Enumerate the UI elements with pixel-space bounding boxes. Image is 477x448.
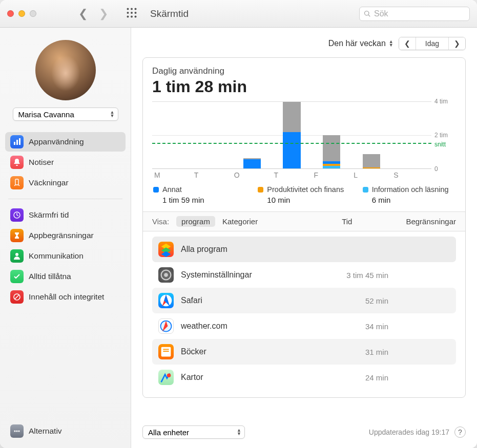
updated-text: Uppdaterades idag 19:17 bbox=[369, 428, 449, 436]
legend-label: Information och läsning bbox=[372, 185, 449, 194]
app-name: weather.com bbox=[181, 322, 227, 331]
back-button[interactable]: ❮ bbox=[78, 7, 88, 20]
app-name: Systeminställningar bbox=[181, 270, 252, 280]
app-row[interactable]: weather.com34 min bbox=[152, 313, 456, 339]
svg-point-0 bbox=[127, 8, 129, 10]
sidebar-item-downtime[interactable]: Skärmfri tid bbox=[5, 205, 126, 225]
sidebar-label: Appanvändning bbox=[29, 137, 84, 146]
chart-bar[interactable] bbox=[391, 102, 431, 168]
sidebar-separator bbox=[8, 199, 122, 199]
chart-bar[interactable] bbox=[351, 102, 391, 168]
chart-bar[interactable] bbox=[192, 102, 232, 168]
sidebar-item-app-usage[interactable]: Appanvändning bbox=[5, 132, 126, 152]
prev-button[interactable]: ❮ bbox=[399, 37, 416, 50]
filter-limits-col: Begränsningar bbox=[406, 217, 456, 226]
app-row[interactable]: Alla program bbox=[152, 237, 456, 262]
hourglass-icon bbox=[10, 229, 24, 242]
legend-swatch bbox=[258, 187, 263, 193]
filter-time-col: Tid bbox=[342, 217, 352, 226]
period-select[interactable]: Den här veckan ▲▼ bbox=[328, 39, 393, 48]
app-time: 24 min bbox=[365, 373, 388, 382]
filter-bar: Visa: program Kategorier Tid Begränsning… bbox=[143, 211, 465, 231]
app-icon bbox=[158, 242, 174, 257]
user-select[interactable]: Marisa Cavanna ▲▼ bbox=[13, 108, 118, 121]
check-icon bbox=[10, 270, 24, 283]
user-name: Marisa Cavanna bbox=[18, 110, 74, 119]
sidebar-label: Alltid tillåtna bbox=[29, 272, 71, 281]
chart-icon bbox=[10, 135, 24, 148]
filter-show-label: Visa: bbox=[152, 217, 169, 226]
sidebar-label: Innehåll och integritet bbox=[29, 292, 104, 302]
app-icon bbox=[158, 293, 174, 308]
sidebar-item-allowed[interactable]: Alltid tillåtna bbox=[5, 267, 126, 286]
show-all-icon[interactable] bbox=[127, 8, 137, 20]
legend-item: Produktivitet och finans10 min bbox=[258, 185, 350, 204]
sidebar-label: Kommunikation bbox=[29, 251, 84, 261]
chart-bar[interactable] bbox=[152, 102, 192, 168]
x-tick-label: S bbox=[391, 171, 431, 179]
svg-point-6 bbox=[127, 15, 129, 17]
svg-point-18 bbox=[18, 430, 19, 432]
user-avatar[interactable] bbox=[35, 40, 96, 100]
legend-item: Information och läsning6 min bbox=[363, 185, 455, 204]
traffic-lights bbox=[7, 10, 36, 17]
legend-swatch bbox=[363, 187, 368, 193]
devices-select[interactable]: Alla enheter ▲▼ bbox=[142, 425, 245, 439]
sidebar-item-app-limits[interactable]: Appbegränsningar bbox=[5, 226, 126, 245]
chevron-up-down-icon: ▲▼ bbox=[389, 40, 393, 47]
usage-total: 1 tim 28 min bbox=[152, 77, 456, 96]
search-input[interactable]: Sök bbox=[359, 7, 470, 21]
app-icon bbox=[158, 267, 174, 283]
app-time: 3 tim 45 min bbox=[346, 271, 388, 280]
sidebar-item-notifications[interactable]: Notiser bbox=[5, 153, 126, 172]
filter-program-tab[interactable]: program bbox=[176, 216, 215, 227]
chart-bar[interactable] bbox=[312, 102, 351, 168]
app-row[interactable]: Safari52 min bbox=[152, 288, 456, 313]
search-icon bbox=[364, 10, 371, 17]
usage-panel: Daglig användning 1 tim 28 min 4 tim2 ti… bbox=[142, 57, 466, 398]
legend-swatch bbox=[153, 187, 159, 193]
sidebar-item-content[interactable]: Innehåll och integritet bbox=[5, 287, 126, 307]
forward-button[interactable]: ❯ bbox=[99, 7, 108, 20]
app-list: Alla programSysteminställningar3 tim 45 … bbox=[143, 231, 465, 397]
app-row[interactable]: Böcker31 min bbox=[152, 339, 456, 365]
sidebar-item-pickups[interactable]: Väckningar bbox=[5, 173, 126, 193]
svg-point-16 bbox=[14, 430, 15, 432]
minimize-window-button[interactable] bbox=[18, 10, 25, 17]
svg-rect-25 bbox=[163, 351, 169, 352]
sidebar-item-options[interactable]: Alternativ bbox=[5, 421, 126, 441]
next-button[interactable]: ❯ bbox=[448, 37, 465, 50]
help-button[interactable]: ? bbox=[454, 426, 466, 438]
app-row[interactable]: Systeminställningar3 tim 45 min bbox=[152, 262, 456, 288]
svg-point-17 bbox=[16, 430, 17, 432]
usage-chart: 4 tim2 tim0snitt bbox=[152, 101, 456, 169]
devices-label: Alla enheter bbox=[148, 428, 189, 437]
filter-categories-tab[interactable]: Kategorier bbox=[222, 217, 258, 226]
legend-time: 1 tim 59 min bbox=[153, 196, 245, 204]
app-row[interactable]: Kartor24 min bbox=[152, 365, 456, 390]
usage-title: Daglig användning bbox=[152, 66, 456, 76]
x-tick-label: O bbox=[232, 171, 272, 179]
legend-item: Annat1 tim 59 min bbox=[153, 185, 245, 204]
nav-arrows: ❮ ❯ bbox=[78, 7, 108, 20]
sidebar-label: Notiser bbox=[29, 158, 54, 167]
svg-point-7 bbox=[131, 15, 133, 17]
bell-icon bbox=[10, 156, 24, 169]
fullscreen-window-button[interactable] bbox=[30, 10, 36, 17]
svg-point-26 bbox=[167, 374, 171, 378]
app-time: 52 min bbox=[365, 296, 388, 305]
close-window-button[interactable] bbox=[7, 10, 14, 17]
svg-rect-9 bbox=[14, 142, 15, 145]
sidebar-label: Alternativ bbox=[29, 426, 62, 436]
svg-point-20 bbox=[164, 273, 168, 277]
chart-bar[interactable] bbox=[272, 102, 312, 168]
sidebar: Marisa Cavanna ▲▼ Appanvändning Notiser … bbox=[0, 28, 131, 448]
ellipsis-icon bbox=[10, 424, 24, 438]
chart-bar[interactable] bbox=[232, 102, 272, 168]
chevron-up-down-icon: ▲▼ bbox=[110, 111, 115, 118]
sidebar-label: Skärmfri tid bbox=[29, 210, 69, 220]
legend-label: Annat bbox=[162, 185, 182, 194]
sidebar-item-communication[interactable]: Kommunikation bbox=[5, 246, 126, 266]
today-button[interactable]: Idag bbox=[416, 37, 448, 50]
app-name: Safari bbox=[181, 296, 202, 305]
